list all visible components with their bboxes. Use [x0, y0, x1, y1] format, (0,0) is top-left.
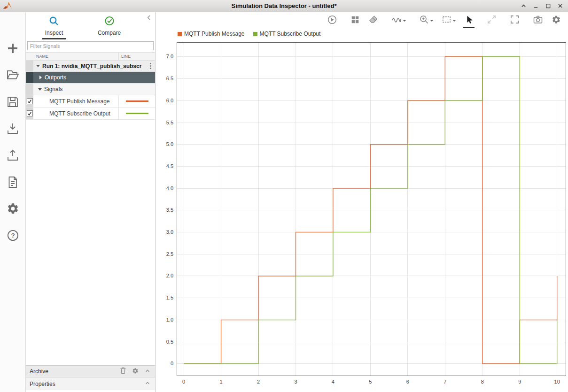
folder-open-icon: [6, 69, 19, 83]
import-button[interactable]: [5, 122, 20, 137]
row-gutter: [26, 61, 33, 71]
expand-right-icon[interactable]: [39, 76, 42, 79]
svg-text:4.5: 4.5: [166, 163, 173, 169]
svg-text:4: 4: [332, 379, 335, 384]
properties-bar[interactable]: Properties: [26, 377, 155, 390]
svg-text:9: 9: [518, 379, 521, 384]
plot-settings-button[interactable]: [550, 14, 562, 26]
tab-compare[interactable]: Compare: [95, 15, 124, 39]
filter-signals-input[interactable]: [27, 41, 154, 50]
signal-list-empty-area: [26, 120, 155, 365]
archive-settings-button[interactable]: [131, 367, 140, 376]
run-menu-icon[interactable]: [150, 63, 151, 69]
svg-text:2: 2: [257, 379, 260, 384]
chevron-up-icon: [145, 380, 150, 387]
properties-label: Properties: [26, 381, 143, 387]
preferences-button[interactable]: [5, 202, 20, 217]
svg-text:3: 3: [294, 379, 297, 384]
expand-down-icon[interactable]: [38, 88, 42, 91]
help-icon: ?: [7, 229, 19, 243]
zoom-button[interactable]: [418, 14, 435, 26]
zoom-icon: [419, 15, 429, 26]
tree-item-outports[interactable]: Outports: [26, 72, 155, 84]
svg-text:6: 6: [406, 379, 409, 384]
maximize-button[interactable]: [544, 2, 552, 10]
archive-bar[interactable]: Archive: [26, 365, 155, 377]
export-icon: [6, 149, 19, 163]
svg-text:1.0: 1.0: [166, 317, 173, 323]
window-title: Simulation Data Inspector - untitled*: [0, 2, 568, 9]
eraser-icon: [368, 15, 378, 26]
signal-row-subscribe[interactable]: MQTT Subscribe Output: [26, 108, 155, 120]
svg-text:2.5: 2.5: [166, 251, 173, 257]
line-style-button[interactable]: [390, 14, 407, 26]
minimize-button[interactable]: [531, 2, 540, 10]
signal-row-publish[interactable]: MQTT Publish Message: [26, 95, 155, 108]
svg-text:2.0: 2.0: [166, 273, 173, 278]
gear-icon: [7, 202, 19, 216]
svg-text:8: 8: [481, 379, 484, 384]
svg-text:7.0: 7.0: [166, 54, 173, 59]
cursor-icon: [464, 15, 474, 26]
svg-text:?: ?: [11, 232, 15, 239]
layout-button[interactable]: [349, 14, 361, 26]
signal-line-preview[interactable]: [118, 95, 155, 107]
signal-browser-panel: Inspect Compare NAME LINE Run 1: nvidia_…: [26, 12, 156, 392]
expand-down-icon[interactable]: [36, 65, 40, 67]
svg-text:5.5: 5.5: [166, 120, 173, 125]
properties-collapse-button[interactable]: [143, 379, 152, 389]
report-icon: [6, 176, 19, 190]
add-button[interactable]: [5, 41, 20, 56]
svg-text:0: 0: [171, 361, 173, 366]
svg-text:7: 7: [444, 379, 446, 384]
pointer-button[interactable]: [463, 14, 475, 26]
svg-text:1.5: 1.5: [166, 295, 173, 300]
save-button[interactable]: [5, 95, 20, 110]
snapshot-button[interactable]: [531, 14, 545, 26]
help-button[interactable]: ?: [5, 229, 20, 244]
zoom-region-button[interactable]: [440, 14, 457, 26]
fit-to-view-button[interactable]: [485, 14, 498, 26]
table-header: NAME LINE: [26, 52, 155, 61]
plot-toolbar: [156, 12, 568, 28]
chart-canvas[interactable]: 01234567891000.51.01.52.02.53.03.54.04.5…: [156, 39, 568, 392]
legend-item-publish[interactable]: MQTT Publish Message: [178, 31, 245, 37]
close-button[interactable]: [556, 2, 564, 10]
svg-text:5.0: 5.0: [166, 141, 173, 147]
open-button[interactable]: [5, 68, 20, 83]
svg-text:0: 0: [182, 379, 185, 384]
tree-item-signals[interactable]: Signals: [26, 84, 155, 95]
svg-text:3.5: 3.5: [166, 207, 173, 213]
save-icon: [6, 95, 19, 110]
archive-label: Archive: [26, 368, 118, 375]
row-gutter: [26, 72, 33, 83]
svg-text:0.5: 0.5: [166, 339, 173, 345]
matlab-logo-icon: [3, 1, 12, 11]
replay-button[interactable]: [326, 14, 339, 26]
clear-plots-button[interactable]: [367, 14, 380, 26]
collapse-panel-button[interactable]: [147, 15, 152, 22]
row-gutter: [26, 95, 33, 107]
signal-checkbox[interactable]: [27, 110, 33, 116]
camera-icon: [533, 15, 543, 26]
tab-inspect[interactable]: Inspect: [42, 15, 66, 39]
archive-collapse-button[interactable]: [143, 367, 152, 376]
check-circle-icon: [104, 15, 115, 28]
export-button[interactable]: [5, 148, 20, 163]
legend-label: MQTT Publish Message: [184, 31, 245, 37]
run-row[interactable]: Run 1: nvidia_MQTT_publish_subscr: [26, 61, 155, 72]
signal-checkbox[interactable]: [27, 98, 33, 104]
legend-item-subscribe[interactable]: MQTT Subscribe Output: [253, 31, 321, 37]
tab-compare-label: Compare: [98, 30, 121, 36]
time-plot[interactable]: 01234567891000.51.01.52.02.53.03.54.04.5…: [156, 39, 568, 392]
legend-swatch: [253, 32, 257, 36]
magnifier-icon: [48, 15, 60, 28]
report-button[interactable]: [5, 175, 20, 190]
row-gutter: [26, 108, 33, 119]
shade-window-button[interactable]: [519, 2, 528, 10]
svg-text:6.5: 6.5: [166, 76, 173, 81]
row-gutter: [26, 84, 33, 95]
signal-line-preview[interactable]: [118, 108, 155, 119]
delete-archive-button[interactable]: [118, 367, 128, 376]
fullscreen-button[interactable]: [508, 14, 521, 26]
